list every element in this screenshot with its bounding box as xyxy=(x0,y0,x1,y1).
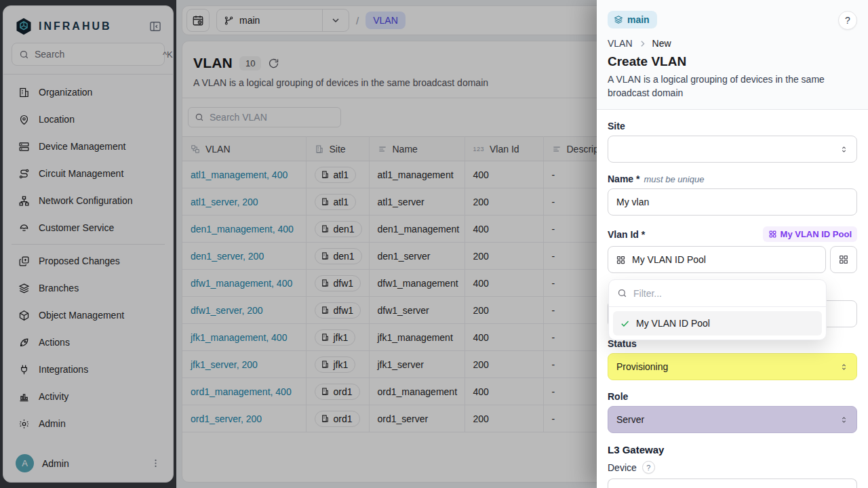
breadcrumb-parent[interactable]: VLAN xyxy=(608,38,633,49)
vlan-id-pool-input[interactable]: My VLAN ID Pool xyxy=(608,246,826,273)
name-hint: must be unique xyxy=(644,174,704,184)
panel-breadcrumb: VLAN New xyxy=(608,38,857,49)
chevron-right-icon xyxy=(638,39,647,48)
panel-body: Site Name * must be unique Vlan Id * xyxy=(597,110,868,488)
help-button[interactable]: ? xyxy=(838,11,857,30)
check-icon xyxy=(620,319,630,329)
chevrons-up-down-icon xyxy=(840,145,848,154)
panel-title: Create VLAN xyxy=(608,54,857,69)
search-icon xyxy=(617,288,627,298)
vlan-id-label: Vlan Id * xyxy=(608,229,645,240)
dropdown-filter[interactable] xyxy=(609,280,826,307)
pool-badge[interactable]: My VLAN ID Pool xyxy=(763,226,857,242)
pool-grid-icon xyxy=(768,230,777,239)
required-asterisk: * xyxy=(642,229,645,240)
role-select[interactable]: Server xyxy=(608,406,857,433)
role-value: Server xyxy=(616,414,840,425)
required-asterisk: * xyxy=(636,174,639,184)
site-select[interactable] xyxy=(608,136,857,163)
pool-grid-icon xyxy=(838,254,849,265)
status-select[interactable]: Provisioning xyxy=(608,353,857,380)
device-select[interactable] xyxy=(608,479,857,488)
pool-toggle-button[interactable] xyxy=(830,246,857,273)
name-field[interactable] xyxy=(608,188,857,216)
l3-gateway-heading: L3 Gateway xyxy=(608,444,857,455)
create-vlan-panel: main ? VLAN New Create VLAN A VLAN is a … xyxy=(597,0,868,488)
status-value: Provisioning xyxy=(616,361,840,372)
role-label: Role xyxy=(608,391,857,402)
app-root: INFRAHUB ^K Organization Location xyxy=(0,0,868,488)
branch-badge[interactable]: main xyxy=(608,11,657,28)
device-label: Device xyxy=(608,462,637,473)
name-label: Name * must be unique xyxy=(608,174,857,184)
pool-value: My VLAN ID Pool xyxy=(632,254,706,265)
chevrons-up-down-icon xyxy=(840,415,848,424)
pool-dropdown: My VLAN ID Pool xyxy=(608,279,827,340)
device-help-icon[interactable]: ? xyxy=(642,461,655,474)
panel-header: main ? VLAN New Create VLAN A VLAN is a … xyxy=(597,0,868,110)
chevrons-up-down-icon xyxy=(840,363,848,371)
panel-description: A VLAN is a logical grouping of devices … xyxy=(608,73,831,100)
layers-icon xyxy=(614,15,623,24)
pool-option-selected[interactable]: My VLAN ID Pool xyxy=(613,311,822,336)
breadcrumb-current: New xyxy=(652,38,671,49)
site-label: Site xyxy=(608,121,857,131)
dropdown-filter-input[interactable] xyxy=(633,288,818,299)
pool-grid-icon xyxy=(616,255,626,265)
device-label-row: Device ? xyxy=(608,461,857,474)
